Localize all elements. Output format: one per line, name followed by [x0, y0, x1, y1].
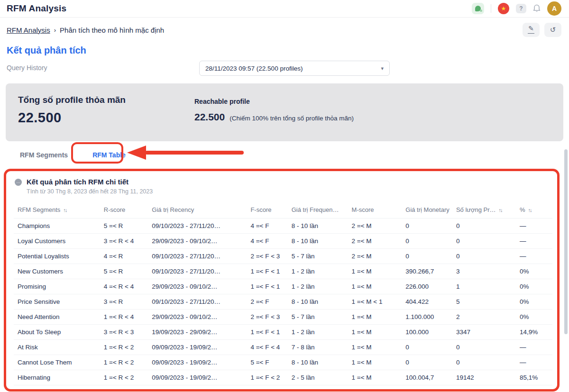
- reachable-profile-value: 22.500: [194, 111, 225, 123]
- table-cell: 4 =< F: [249, 234, 290, 249]
- card-title: Kết quả phân tích RFM chi tiết: [27, 178, 153, 186]
- col-header-4: Giá trị Frequen…: [291, 201, 351, 219]
- table-cell: 19/09/2023 - 29/09/2…: [151, 325, 249, 340]
- table-cell: 1 =< R < 4: [103, 310, 151, 325]
- query-history-select[interactable]: 28/11/2023 09:57 (22.500 profiles) ▾: [199, 61, 390, 76]
- table-row: Cannot Lose Them1 =< R < 209/09/2023 - 1…: [14, 355, 552, 370]
- segment-name-cell: New Customers: [14, 264, 103, 279]
- table-cell: 3 =< R < 4: [103, 234, 151, 249]
- table-cell: 1 =< F < 2: [249, 370, 290, 385]
- table-row: At Risk1 =< R < 209/09/2023 - 19/09/2…4 …: [14, 340, 552, 355]
- table-cell: 1 =< F < 1: [249, 264, 290, 279]
- table-cell: 09/10/2023 - 27/11/20…: [151, 219, 249, 234]
- table-row: New Customers5 =< R09/10/2023 - 27/11/20…: [14, 264, 552, 279]
- table-cell: 2 =< F: [249, 294, 290, 310]
- edit-button[interactable]: ✎: [523, 23, 540, 37]
- sort-icon[interactable]: ↑↓: [499, 207, 502, 213]
- col-header-0[interactable]: RFM Segments↑↓: [14, 201, 103, 219]
- table-cell: 0%: [519, 294, 552, 310]
- table-cell: 5: [455, 294, 519, 310]
- table-cell: 09/10/2023 - 27/11/20…: [151, 264, 249, 279]
- table-cell: 1 =< R < 2: [103, 355, 151, 370]
- segment-name-cell: Price Sensitive: [14, 294, 103, 310]
- table-cell: 1 =< F < 1: [249, 279, 290, 294]
- table-cell: 0: [404, 249, 455, 264]
- top-bar: RFM Analysis ★ ? A: [0, 0, 569, 18]
- table-cell: 1 =< M: [351, 279, 405, 294]
- query-history-row: Query History 28/11/2023 09:57 (22.500 p…: [7, 61, 562, 77]
- table-cell: 8 - 10 lần: [291, 355, 351, 370]
- notifications-bell-icon[interactable]: [533, 4, 541, 13]
- ellipsis-icon: …: [15, 179, 22, 186]
- col-header-6: Giá trị Monetary: [404, 201, 455, 219]
- table-cell: 5 =< R: [103, 264, 151, 279]
- query-history-selected-value: 28/11/2023 09:57 (22.500 profiles): [205, 65, 303, 72]
- table-row: Need Attention1 =< R < 429/09/2023 - 09/…: [14, 310, 552, 325]
- reachable-profiles-block: Reachable profile 22.500 (Chiếm 100% trê…: [194, 98, 354, 123]
- refresh-button[interactable]: ↺: [544, 23, 561, 37]
- table-cell: 0: [404, 234, 455, 249]
- table-cell: 0: [404, 340, 455, 355]
- table-cell: 5 - 7 lần: [291, 310, 351, 325]
- table-cell: 3: [455, 264, 519, 279]
- table-cell: 226.000: [404, 279, 455, 294]
- query-history-label: Query History: [7, 64, 47, 72]
- segment-name-cell: Loyal Customers: [14, 234, 103, 249]
- divider: [491, 4, 491, 13]
- table-cell: 1 - 2 lần: [291, 325, 351, 340]
- table-cell: 1 =< M < 1: [351, 294, 405, 310]
- card-subtitle: Tính từ 30 Thg 8, 2023 đến hết 28 Thg 11…: [27, 188, 153, 195]
- user-avatar[interactable]: A: [547, 1, 561, 16]
- language-flag-icon[interactable]: ★: [498, 3, 509, 14]
- col-header-8[interactable]: %↑↓: [519, 201, 552, 219]
- table-row: Hibernating1 =< R < 209/09/2023 - 19/09/…: [14, 370, 552, 385]
- table-cell: 8 - 10 lần: [291, 234, 351, 249]
- table-cell: 4 =< F: [249, 219, 290, 234]
- breadcrumb-link[interactable]: RFM Analysis: [7, 26, 50, 34]
- segment-name-cell: Champions: [14, 219, 103, 234]
- chat-bubble-icon: [475, 6, 481, 11]
- sort-icon[interactable]: ↑↓: [528, 207, 531, 213]
- breadcrumb-current: Phân tích theo mô hình mặc định: [60, 26, 164, 34]
- table-cell: 09/09/2023 - 19/09/2…: [151, 355, 249, 370]
- table-cell: 09/10/2023 - 27/11/20…: [151, 249, 249, 264]
- table-cell: 8 - 10 lần: [291, 294, 351, 310]
- table-cell: 1.100.000: [404, 310, 455, 325]
- segment-name-cell: Cannot Lose Them: [14, 355, 103, 370]
- table-cell: 1 - 2 lần: [291, 264, 351, 279]
- tab-rfm-segments[interactable]: RFM Segments: [20, 151, 68, 159]
- table-row: Promising4 =< R < 429/09/2023 - 09/10/2……: [14, 279, 552, 294]
- table-cell: 4 =< F < 4: [249, 340, 290, 355]
- table-cell: 85,1%: [519, 370, 552, 385]
- app-title: RFM Analysis: [7, 3, 66, 14]
- table-cell: 1 =< M: [351, 264, 405, 279]
- breadcrumb-separator: ›: [54, 27, 56, 34]
- table-cell: 0: [455, 249, 519, 264]
- table-cell: 1 =< M: [351, 370, 405, 385]
- reachable-profile-note: (Chiếm 100% trên tổng số profile thỏa mã…: [229, 115, 354, 122]
- table-row: About To Sleep3 =< R < 319/09/2023 - 29/…: [14, 325, 552, 340]
- chat-widget-icon[interactable]: [472, 3, 484, 14]
- table-cell: 0%: [519, 279, 552, 294]
- question-glyph: ?: [519, 5, 523, 12]
- table-cell: 09/10/2023 - 27/11/20…: [151, 294, 249, 310]
- vertical-scrollbar[interactable]: [564, 149, 568, 334]
- sort-icon[interactable]: ↑↓: [63, 207, 66, 213]
- table-cell: 0%: [519, 264, 552, 279]
- table-cell: 0%: [519, 310, 552, 325]
- segment-name-cell: Hibernating: [14, 370, 103, 385]
- table-body: Champions5 =< R09/10/2023 - 27/11/20…4 =…: [14, 219, 552, 385]
- table-cell: 3 =< R < 3: [103, 325, 151, 340]
- help-icon[interactable]: ?: [516, 4, 526, 13]
- segment-name-cell: Potential Loyalists: [14, 249, 103, 264]
- tab-rfm-table[interactable]: RFM Table: [92, 151, 126, 159]
- segment-name-cell: At Risk: [14, 340, 103, 355]
- chevron-down-icon: ▾: [381, 65, 384, 72]
- table-cell: 29/09/2023 - 09/10/2…: [151, 234, 249, 249]
- table-cell: 1 =< M: [351, 340, 405, 355]
- main-content: Kết quả phân tích Query History 28/11/20…: [0, 45, 569, 392]
- page-title: Kết quả phân tích: [7, 45, 562, 56]
- breadcrumb-row: RFM Analysis › Phân tích theo mô hình mặ…: [0, 18, 569, 42]
- table-cell: 390.266,7: [404, 264, 455, 279]
- col-header-7[interactable]: Số lượng Pr…↑↓: [455, 201, 519, 219]
